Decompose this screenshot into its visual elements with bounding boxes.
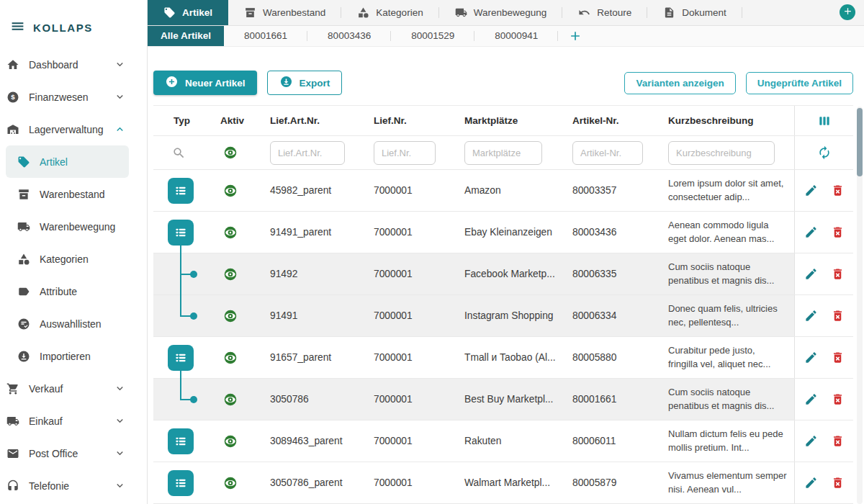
delete-icon[interactable]: [831, 267, 845, 281]
subtab-80003436[interactable]: 80003436: [307, 26, 391, 46]
app-root: KOLLAPS Dashboard Finanzwesen Lagerverwa…: [0, 0, 864, 504]
delete-icon[interactable]: [831, 392, 845, 406]
home-icon: [6, 58, 19, 71]
table-row[interactable]: 3050786_parent 7000001 Walmart Marketpl.…: [153, 462, 853, 504]
edit-icon[interactable]: [804, 309, 818, 323]
row-actions: [794, 379, 853, 420]
toolbar-right: Varianten anzeigen Ungeprüfte Artikel: [624, 72, 853, 94]
edit-icon[interactable]: [804, 434, 818, 448]
sidebar-item-kategorien[interactable]: Kategorien: [6, 243, 129, 275]
article-subtabbar: Alle Artikel 80001661 80003436 80001529 …: [148, 26, 864, 47]
delete-icon[interactable]: [831, 225, 845, 239]
sidebar-item-warenbewegung[interactable]: Warenbewegung: [6, 210, 129, 243]
subtab-alle-artikel[interactable]: Alle Artikel: [148, 26, 224, 46]
filter-kurzbeschreibung-input[interactable]: [668, 141, 775, 165]
column-settings-cell: [794, 106, 853, 135]
sidebar-item-dashboard[interactable]: Dashboard: [6, 48, 129, 81]
edit-icon[interactable]: [804, 184, 818, 197]
sidebar-item-warenbestand[interactable]: Warenbestand: [6, 178, 129, 210]
sidebar-item-label: Post Office: [29, 448, 78, 459]
active-status-icon: [224, 226, 237, 239]
column-header-lief-art-nr[interactable]: Lief.Art.Nr.: [253, 115, 356, 126]
parent-article-icon[interactable]: [168, 428, 194, 454]
dollar-circle-icon: [6, 91, 19, 104]
tab-label: Warenbewegung: [474, 7, 547, 18]
filter-marktplaetze-input[interactable]: [464, 141, 542, 165]
refresh-cell: [794, 136, 853, 169]
delete-icon[interactable]: [831, 476, 845, 490]
tab-artikel[interactable]: Artikel: [148, 0, 228, 25]
edit-icon[interactable]: [804, 225, 818, 239]
table-row[interactable]: 91657_parent 7000001 Tmall и Taobao (Al.…: [153, 337, 853, 379]
delete-icon[interactable]: [831, 434, 845, 448]
export-button[interactable]: Export: [267, 71, 343, 95]
tab-retoure[interactable]: Retoure: [562, 0, 647, 25]
column-header-typ[interactable]: Typ: [153, 115, 205, 126]
table-row[interactable]: 91491 7000001 Instagram Shopping 8000633…: [153, 295, 853, 337]
active-status-icon: [224, 351, 237, 364]
subtab-label: Alle Artikel: [161, 30, 211, 41]
edit-icon[interactable]: [804, 267, 818, 281]
parent-article-icon[interactable]: [168, 220, 194, 246]
tab-warenbestand[interactable]: Warenbestand: [228, 0, 341, 25]
parent-article-icon[interactable]: [168, 470, 194, 496]
sidebar-item-attribute[interactable]: Attribute: [6, 275, 129, 307]
sidebar-item-auswahllisten[interactable]: Auswahllisten: [6, 307, 129, 340]
subtab-80001529[interactable]: 80001529: [391, 26, 474, 46]
table-row[interactable]: 3050786 7000001 Best Buy Marketpl... 800…: [153, 379, 853, 420]
table-row[interactable]: 45982_parent 7000001 Amazon 80003357 Lor…: [153, 170, 853, 212]
scrollbar-thumb[interactable]: [857, 108, 863, 176]
edit-icon[interactable]: [804, 476, 818, 490]
add-article-tab-button[interactable]: [568, 29, 582, 43]
table-row[interactable]: 91492 7000001 Facebook Marketp... 800063…: [153, 253, 853, 295]
show-variants-button[interactable]: Varianten anzeigen: [624, 72, 735, 94]
subtab-80001661[interactable]: 80001661: [224, 26, 307, 46]
columns-icon[interactable]: [817, 114, 832, 128]
unchecked-articles-button[interactable]: Ungeprüfte Artikel: [746, 72, 853, 94]
chevron-down-icon: [114, 447, 126, 459]
sidebar-item-importieren[interactable]: Importieren: [6, 340, 129, 372]
sidebar-item-finanzwesen[interactable]: Finanzwesen: [6, 81, 129, 113]
edit-icon[interactable]: [804, 351, 818, 364]
table-row[interactable]: 3089463_parent 7000001 Rakuten 80006011 …: [153, 420, 853, 462]
tab-warenbewegung[interactable]: Warenbewegung: [439, 0, 563, 25]
edit-icon[interactable]: [804, 392, 818, 406]
filter-lief-nr-input[interactable]: [374, 141, 436, 165]
sidebar-item-post-office[interactable]: Post Office: [6, 437, 129, 469]
column-header-marktplaetze[interactable]: Marktplätze: [447, 115, 555, 126]
parent-article-icon[interactable]: [168, 178, 194, 204]
sidebar-item-lagerverwaltung[interactable]: Lagerverwaltung: [6, 113, 129, 145]
column-header-kurzbeschreibung[interactable]: Kurzbeschreibung: [651, 115, 794, 126]
sidebar-item-einkauf[interactable]: Einkauf: [6, 405, 129, 437]
filter-artikel-nr-input[interactable]: [572, 141, 643, 165]
new-article-button[interactable]: Neuer Artikel: [153, 71, 257, 95]
sidebar-item-telefonie[interactable]: Telefonie: [6, 469, 129, 502]
filter-lief-art-nr-input[interactable]: [270, 141, 345, 165]
hamburger-menu-icon[interactable]: [10, 19, 25, 37]
sidebar-item-artikel[interactable]: Artikel: [6, 145, 129, 178]
column-header-lief-nr[interactable]: Lief.Nr.: [356, 115, 447, 126]
refresh-icon[interactable]: [817, 145, 832, 160]
row-actions: [794, 212, 853, 253]
delete-icon[interactable]: [831, 309, 845, 323]
sidebar-item-label: Warenbestand: [40, 189, 105, 200]
column-header-aktiv[interactable]: Aktiv: [205, 115, 253, 126]
tab-kategorien[interactable]: Kategorien: [341, 0, 438, 25]
sidebar-item-label: Artikel: [40, 156, 68, 168]
parent-article-icon[interactable]: [168, 345, 194, 371]
sidebar-item-verkauf[interactable]: Verkauf: [6, 372, 129, 405]
column-header-artikel-nr[interactable]: Artikel-Nr.: [555, 115, 651, 126]
chevron-down-icon: [114, 415, 126, 427]
delete-icon[interactable]: [831, 184, 845, 197]
add-tab-button[interactable]: [840, 4, 855, 20]
subtab-80000941[interactable]: 80000941: [474, 26, 558, 46]
search-icon[interactable]: [172, 146, 186, 160]
tab-dokument[interactable]: Dokument: [647, 0, 742, 25]
sidebar-item-label: Attribute: [40, 286, 77, 297]
active-filter-icon[interactable]: [224, 146, 237, 159]
table-row[interactable]: 91491_parent 7000001 Ebay Kleinanzeigen …: [153, 212, 853, 253]
checklist-circle-icon: [17, 318, 30, 330]
tab-label: Retoure: [597, 7, 631, 18]
delete-icon[interactable]: [831, 351, 845, 364]
chevron-down-icon: [114, 480, 126, 492]
